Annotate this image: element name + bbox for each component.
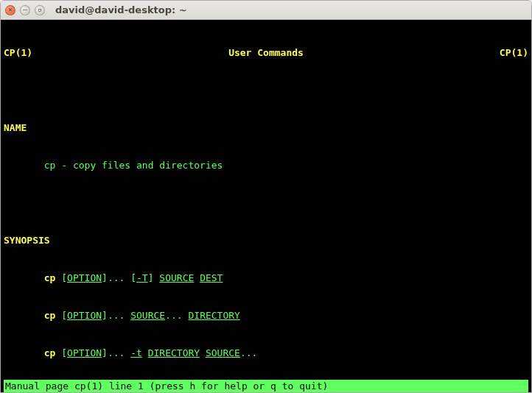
- section-name-text: cp - copy files and directories: [4, 159, 528, 171]
- titlebar[interactable]: × – ▫ david@david-desktop: ~: [1, 1, 531, 20]
- terminal[interactable]: CP(1) User Commands CP(1) NAME cp - copy…: [1, 20, 531, 392]
- man-header: CP(1) User Commands CP(1): [4, 46, 528, 59]
- maximize-icon[interactable]: ▫: [35, 5, 45, 15]
- man-header-right: CP(1): [500, 46, 528, 59]
- synopsis-line-1: cp [OPTION]... [-T] SOURCE DEST: [4, 272, 528, 284]
- synopsis-line-3: cp [OPTION]... -t DIRECTORY SOURCE...: [4, 347, 528, 359]
- man-page: CP(1) User Commands CP(1) NAME cp - copy…: [4, 21, 528, 380]
- terminal-window: × – ▫ david@david-desktop: ~ CP(1) User …: [0, 0, 532, 393]
- window-title: david@david-desktop: ~: [55, 4, 187, 15]
- close-icon[interactable]: ×: [5, 5, 15, 15]
- section-name-heading: NAME: [4, 121, 528, 134]
- section-synopsis-heading: SYNOPSIS: [4, 234, 528, 247]
- man-header-left: CP(1): [4, 46, 32, 59]
- man-status-line[interactable]: Manual page cp(1) line 1 (press h for he…: [4, 380, 528, 392]
- man-header-center: User Commands: [32, 46, 500, 59]
- minimize-icon[interactable]: –: [20, 5, 30, 15]
- synopsis-line-2: cp [OPTION]... SOURCE... DIRECTORY: [4, 309, 528, 322]
